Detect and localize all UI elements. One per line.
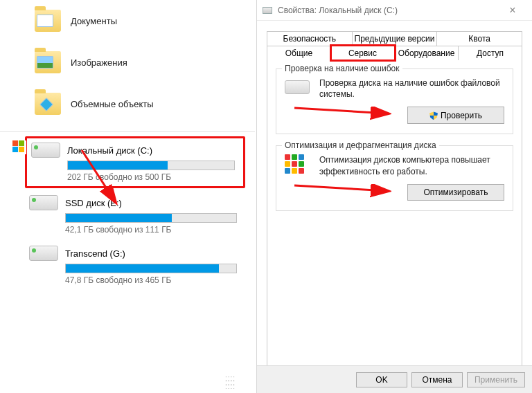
drive-usage-bar [65, 213, 237, 223]
tab-panel-service: Проверка на наличие ошибок Проверка диск… [267, 60, 522, 375]
explorer-pane: ДокументыИзображенияОбъемные объекты Лок… [0, 0, 255, 393]
dialog-button-row: OK Отмена Применить [257, 365, 532, 393]
folder-icon [35, 10, 61, 32]
drive-free-text: 42,1 ГБ свободно из 111 ГБ [65, 225, 237, 235]
drive-name: Локальный диск (C:) [67, 145, 235, 156]
hdd-icon [29, 195, 58, 210]
annotation-arrow-check [292, 102, 396, 123]
optimize-button[interactable]: Оптимизировать [407, 184, 504, 201]
hdd-icon [31, 143, 60, 158]
drive-free-text: 47,8 ГБ свободно из 465 ГБ [65, 275, 237, 285]
tab-общие[interactable]: Общие [267, 46, 331, 60]
folder-item[interactable]: Объемные объекты [0, 83, 255, 125]
drive-icon [263, 7, 272, 14]
resize-grip: :::::::::::: [225, 376, 236, 389]
group-title: Оптимизация и дефрагментация диска [282, 140, 439, 150]
properties-dialog: Свойства: Локальный диск (C:) × Безопасн… [256, 0, 532, 393]
group-text: Оптимизация дисков компьютера повышает э… [319, 154, 504, 176]
check-button[interactable]: Проверить [407, 107, 504, 124]
folder-label: Объемные объекты [71, 99, 154, 109]
tab-предыдущие версии[interactable]: Предыдущие версии [353, 31, 438, 46]
folder-icon [35, 51, 61, 73]
folder-label: Изображения [71, 57, 127, 68]
defrag-icon [285, 154, 312, 175]
windows-icon [12, 140, 26, 154]
svg-line-2 [294, 185, 387, 191]
ok-button[interactable]: OK [356, 372, 407, 387]
divider [0, 131, 255, 132]
folder-item[interactable]: Изображения [0, 42, 255, 83]
drive-name: Transcend (G:) [65, 248, 237, 259]
group-defrag: Оптимизация и дефрагментация диска Оптим… [276, 145, 513, 210]
tab-сервис[interactable]: Сервис [331, 46, 395, 60]
folder-label: Документы [71, 16, 117, 26]
folder-item[interactable]: Документы [0, 0, 255, 42]
annotation-arrow-defrag [292, 180, 396, 201]
drive-name: SSD диск (E:) [65, 198, 237, 208]
drive-item[interactable]: Локальный диск (C:)202 ГБ свободно из 50… [25, 136, 245, 188]
button-label: Проверить [441, 111, 482, 120]
drive-free-text: 202 ГБ свободно из 500 ГБ [67, 172, 235, 182]
hdd-icon [29, 246, 58, 261]
close-icon[interactable]: × [499, 4, 526, 17]
group-error-check: Проверка на наличие ошибок Проверка диск… [276, 68, 513, 134]
tab-квота[interactable]: Квота [437, 31, 522, 46]
apply-button[interactable]: Применить [467, 372, 525, 387]
cancel-button[interactable]: Отмена [411, 372, 463, 387]
drive-item[interactable]: SSD диск (E:)42,1 ГБ свободно из 111 ГБ [25, 191, 245, 239]
folder-icon [35, 93, 61, 115]
tab-оборудование[interactable]: Оборудование [395, 46, 459, 60]
dialog-title: Свойства: Локальный диск (C:) [278, 6, 499, 15]
uac-shield-icon [429, 111, 438, 120]
svg-line-1 [294, 108, 387, 113]
tab-безопасность[interactable]: Безопасность [267, 31, 353, 46]
drive-item[interactable]: Transcend (G:)47,8 ГБ свободно из 465 ГБ [25, 241, 245, 289]
tab-доступ[interactable]: Доступ [459, 46, 522, 60]
group-title: Проверка на наличие ошибок [282, 64, 402, 73]
dialog-titlebar: Свойства: Локальный диск (C:) × [257, 0, 532, 21]
drive-usage-bar [65, 264, 237, 273]
group-text: Проверка диска на наличие ошибок файлово… [319, 77, 504, 100]
hdd-icon [285, 77, 312, 98]
button-label: Оптимизировать [424, 188, 488, 197]
drive-usage-bar [67, 161, 235, 170]
